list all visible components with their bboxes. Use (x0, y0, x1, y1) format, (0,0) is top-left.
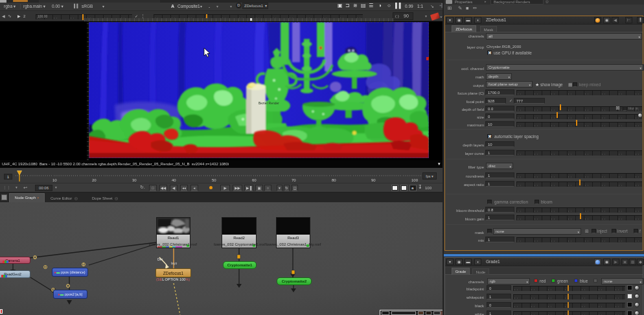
svg-text:Bezier Render: Bezier Render (259, 101, 279, 105)
